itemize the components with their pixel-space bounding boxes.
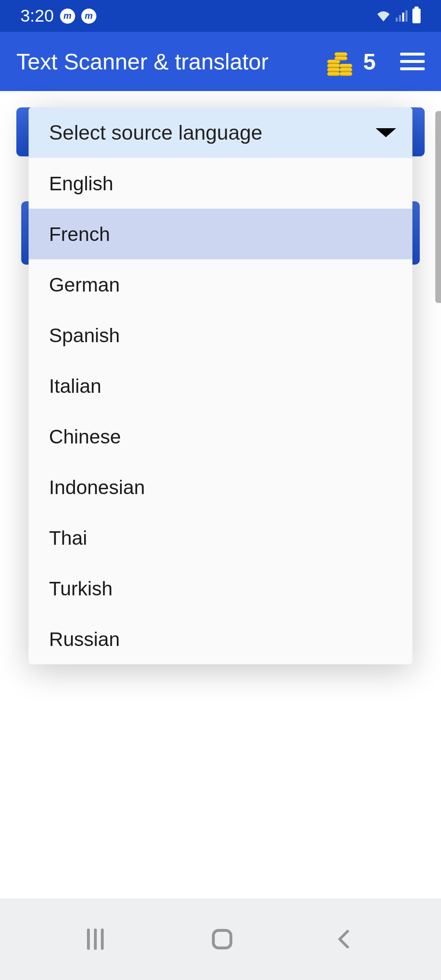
- status-right: [376, 9, 421, 23]
- language-option[interactable]: Turkish: [29, 563, 412, 614]
- wifi-icon: [376, 10, 391, 22]
- nav-recent-button[interactable]: [87, 929, 104, 950]
- app-bar: Text Scanner & translator 5: [0, 32, 441, 91]
- dropdown-options-list: EnglishFrenchGermanSpanishItalianChinese…: [29, 158, 412, 664]
- recent-apps-icon: [87, 929, 90, 950]
- hamburger-icon: [400, 53, 425, 56]
- system-nav-bar: [0, 898, 441, 980]
- status-left: 3:20 m m: [20, 6, 96, 26]
- menu-button[interactable]: [400, 53, 425, 70]
- status-bar: 3:20 m m: [0, 0, 441, 32]
- language-option[interactable]: Russian: [29, 614, 412, 664]
- language-option-label: Turkish: [49, 577, 113, 600]
- dropdown-header[interactable]: Select source language: [29, 107, 412, 158]
- language-option[interactable]: German: [29, 259, 412, 310]
- language-option-label: German: [49, 274, 120, 296]
- language-option[interactable]: Thai: [29, 512, 412, 563]
- language-option[interactable]: Chinese: [29, 411, 412, 462]
- nav-home-button[interactable]: [212, 929, 232, 949]
- language-option-label: Italian: [49, 375, 101, 397]
- notification-m-icon: m: [60, 9, 75, 24]
- language-option[interactable]: French: [29, 209, 412, 259]
- coins-count: 5: [363, 49, 376, 75]
- language-option[interactable]: Spanish: [29, 310, 412, 361]
- language-option[interactable]: Indonesian: [29, 462, 412, 512]
- language-option-label: Russian: [49, 628, 120, 650]
- language-option-label: Indonesian: [49, 476, 145, 499]
- language-option-label: Thai: [49, 527, 87, 549]
- chevron-down-icon: [376, 128, 396, 137]
- coins-button[interactable]: 5: [327, 47, 376, 76]
- language-option-label: French: [49, 223, 110, 245]
- coins-icon: [327, 47, 356, 76]
- language-option-label: Spanish: [49, 324, 120, 347]
- language-dropdown-panel: Select source language EnglishFrenchGerm…: [29, 107, 412, 664]
- scrollbar-indicator[interactable]: [435, 111, 441, 303]
- content-area: Select source language TAKE PICTURE WITH…: [0, 91, 441, 156]
- battery-icon: [412, 9, 421, 23]
- notification-m-icon: m: [81, 9, 96, 24]
- signal-icon: [396, 10, 408, 22]
- language-option-label: Chinese: [49, 425, 121, 448]
- nav-back-button[interactable]: [337, 929, 357, 949]
- language-option[interactable]: Italian: [29, 361, 412, 411]
- language-option-label: English: [49, 172, 113, 195]
- language-option[interactable]: English: [29, 158, 412, 209]
- dropdown-header-label: Select source language: [49, 121, 263, 145]
- status-time: 3:20: [20, 6, 54, 26]
- app-title: Text Scanner & translator: [16, 49, 327, 75]
